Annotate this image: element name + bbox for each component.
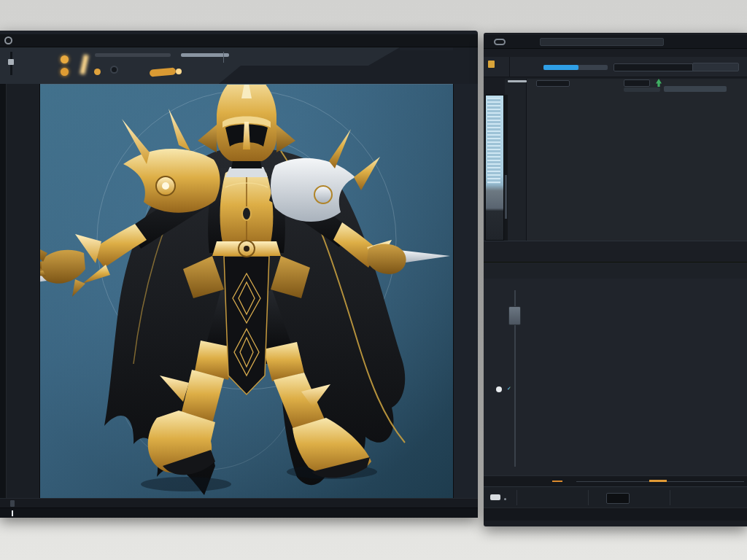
left-statusbar-bottom (0, 508, 478, 518)
row2-pill-1[interactable] (624, 88, 660, 92)
row2-chip[interactable] (536, 80, 570, 87)
minimap-scroll-handle[interactable] (505, 175, 507, 219)
knob-dark-1[interactable] (110, 66, 118, 74)
toolbar-bar-1[interactable] (95, 53, 171, 57)
right-statusbar (484, 508, 747, 521)
titlebar-pill[interactable] (540, 38, 664, 46)
progress-fill (543, 65, 578, 70)
tool-amber-icon[interactable] (488, 61, 495, 68)
curve-plot (484, 279, 747, 475)
left-tool-rail (0, 84, 40, 499)
right-app-window: ✓ (484, 33, 747, 526)
status-mini-slider[interactable] (10, 500, 15, 507)
rtb-pill[interactable] (692, 63, 739, 71)
left-menubar (0, 34, 478, 47)
record-dot-3[interactable] (94, 69, 101, 75)
row2-pill-2[interactable] (664, 86, 727, 92)
app-logo-icon[interactable] (4, 36, 12, 44)
minimap-rows (487, 98, 500, 184)
toolbar-separator (223, 52, 224, 63)
transport-bar (484, 486, 747, 508)
transport-sep-1 (516, 490, 517, 505)
minimap-panel[interactable] (485, 95, 504, 241)
toolbar-slider-handle[interactable] (8, 59, 14, 65)
minimap-scrollbar[interactable] (504, 95, 508, 241)
amber-lever[interactable] (150, 67, 177, 77)
timeline-ruler (484, 241, 747, 262)
transport-dot-a (504, 498, 506, 500)
timeline-grid[interactable] (527, 79, 747, 241)
toolbar-bar-2[interactable] (181, 53, 229, 57)
curve-editor[interactable]: ✓ (484, 279, 747, 475)
progress-track[interactable] (543, 65, 608, 70)
track-label-column (505, 79, 527, 241)
plant-icon[interactable] (656, 79, 662, 87)
right-toolbar-row2 (484, 77, 747, 92)
left-statusbar-top (0, 498, 478, 508)
labelrow-orange-2 (649, 480, 667, 482)
right-titlebar (484, 35, 747, 49)
glow-marker (80, 55, 88, 75)
toolbar-extension-line (400, 47, 453, 50)
right-toolbar (484, 57, 747, 77)
right-app-logo-icon (494, 39, 506, 45)
caret-marker (12, 510, 13, 516)
transport-display[interactable] (606, 493, 630, 504)
amber-lever-tip (176, 69, 182, 74)
transport-chip[interactable] (490, 494, 500, 500)
left-toolbar (0, 47, 478, 84)
row2-box[interactable] (624, 79, 650, 87)
editor-tabs (484, 262, 747, 279)
transport-sep-2 (588, 490, 589, 505)
transport-sep-3 (670, 490, 670, 505)
rtb-sep (509, 57, 510, 77)
desktop: ✓ (0, 0, 747, 560)
labelrow-orange-1 (552, 481, 562, 482)
preview-label-row (484, 475, 747, 486)
left-app-window (0, 31, 478, 518)
right-tool-rail (453, 84, 478, 499)
viewport-3d[interactable] (40, 84, 453, 499)
record-dot-1[interactable] (61, 55, 69, 63)
record-dot-2[interactable] (61, 68, 69, 76)
left-rail-edge (0, 84, 7, 499)
path-field[interactable] (614, 63, 700, 71)
character-render (40, 84, 453, 499)
